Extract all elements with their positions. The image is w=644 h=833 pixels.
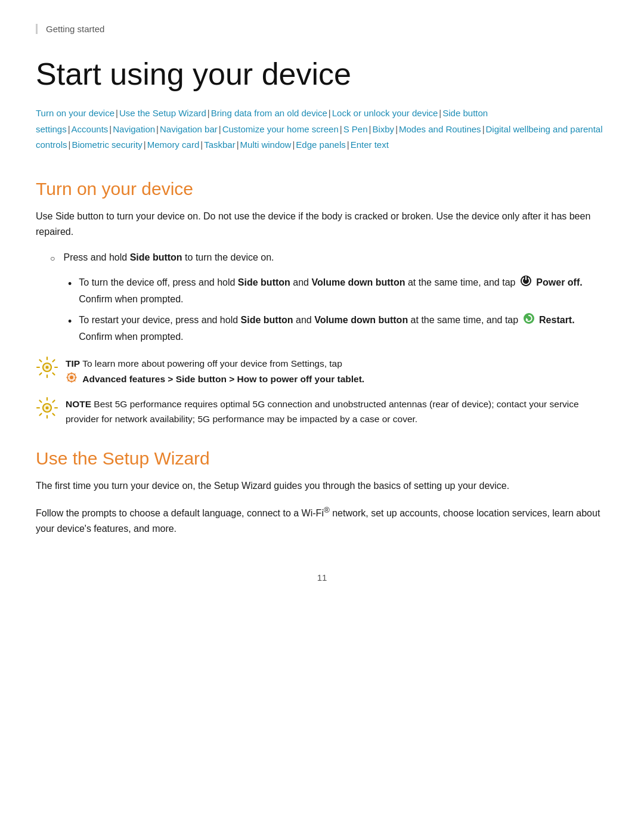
tip-bold-text: Advanced features > Side button > How to…: [82, 374, 364, 384]
svg-line-30: [40, 400, 42, 402]
toc-link-setup-wizard[interactable]: Use the Setup Wizard: [119, 108, 206, 118]
tip-block: TIP To learn more about powering off you…: [36, 356, 608, 388]
svg-line-24: [75, 374, 75, 374]
tip-label: TIP: [66, 358, 80, 368]
note-label: NOTE: [66, 399, 91, 409]
list-item: • To turn the device off, press and hold…: [36, 275, 608, 306]
svg-rect-1: [525, 276, 527, 280]
sub-bullet-text-1: To turn the device off, press and hold S…: [79, 275, 608, 306]
note-text: NOTE Best 5G performance requires optima…: [66, 397, 608, 427]
tip-text: TIP To learn more about powering off you…: [66, 356, 364, 388]
svg-point-2: [524, 313, 534, 324]
section-heading-turn-on: Turn on your device: [36, 179, 608, 199]
toc-link-bring-data[interactable]: Bring data from an old device: [211, 108, 327, 118]
toc-link-navigation[interactable]: Navigation: [113, 124, 155, 134]
toc-link-memory-card[interactable]: Memory card: [147, 140, 200, 150]
svg-line-10: [53, 360, 55, 362]
svg-line-32: [53, 400, 55, 402]
bullet-open-icon: ○: [50, 252, 55, 265]
setup-wizard-para-1: The first time you turn your device on, …: [36, 478, 608, 494]
toc-link-turn-on[interactable]: Turn on your device: [36, 108, 114, 118]
note-sun-icon: [36, 397, 58, 419]
svg-line-33: [40, 413, 42, 415]
section-heading-setup-wizard: Use the Setup Wizard: [36, 448, 608, 469]
setup-wizard-para-2: Follow the prompts to choose a default l…: [36, 504, 608, 537]
bullet-filled-icon: •: [68, 275, 72, 293]
tip-sun-icon: [36, 356, 58, 379]
toc-link-modes[interactable]: Modes and Routines: [399, 124, 481, 134]
svg-line-9: [53, 373, 55, 375]
breadcrumb: Getting started: [36, 24, 608, 34]
sub-bullet-text-2: To restart your device, press and hold S…: [79, 312, 608, 344]
toc-link-bixby[interactable]: Bixby: [372, 124, 394, 134]
toc-link-accounts[interactable]: Accounts: [72, 124, 109, 134]
bullet-filled-icon: •: [68, 313, 72, 330]
turn-on-intro: Use Side button to turn your device on. …: [36, 209, 608, 239]
toc-link-spen[interactable]: S Pen: [343, 124, 368, 134]
svg-line-31: [53, 413, 55, 415]
toc-link-enter-text[interactable]: Enter text: [351, 140, 389, 150]
toc-link-taskbar[interactable]: Taskbar: [204, 140, 236, 150]
toc-link-navigation-bar[interactable]: Navigation bar: [160, 124, 218, 134]
svg-line-25: [68, 380, 69, 380]
restart-icon: [523, 312, 535, 329]
toc-link-edge-panels[interactable]: Edge panels: [296, 140, 345, 150]
page-title: Start using your device: [36, 55, 608, 92]
svg-line-8: [40, 360, 42, 362]
toc-links: Turn on your device|Use the Setup Wizard…: [36, 106, 608, 153]
list-item: • To restart your device, press and hold…: [36, 312, 608, 344]
svg-point-17: [70, 376, 73, 379]
svg-line-23: [75, 380, 75, 380]
toc-link-multi-window[interactable]: Multi window: [240, 140, 292, 150]
svg-line-22: [68, 374, 69, 374]
toc-link-customize-home[interactable]: Customize your home screen: [222, 124, 339, 134]
svg-point-14: [46, 366, 49, 369]
svg-line-11: [40, 373, 42, 375]
list-item: ○ Press and hold Side button to turn the…: [36, 250, 608, 265]
turn-on-sub-bullets: • To turn the device off, press and hold…: [36, 275, 608, 344]
gear-icon-inline: [66, 371, 78, 388]
section-turn-on: Turn on your device Use Side button to t…: [36, 179, 608, 427]
bullet-text: Press and hold Side button to turn the d…: [63, 250, 274, 265]
turn-on-bullets: ○ Press and hold Side button to turn the…: [36, 250, 608, 265]
note-block: NOTE Best 5G performance requires optima…: [36, 397, 608, 427]
power-icon: [520, 275, 532, 292]
toc-link-biometric[interactable]: Biometric security: [72, 140, 142, 150]
toc-link-lock-unlock[interactable]: Lock or unlock your device: [332, 108, 438, 118]
svg-point-36: [46, 406, 49, 409]
section-setup-wizard: Use the Setup Wizard The first time you …: [36, 448, 608, 537]
page-number: 11: [36, 572, 608, 583]
